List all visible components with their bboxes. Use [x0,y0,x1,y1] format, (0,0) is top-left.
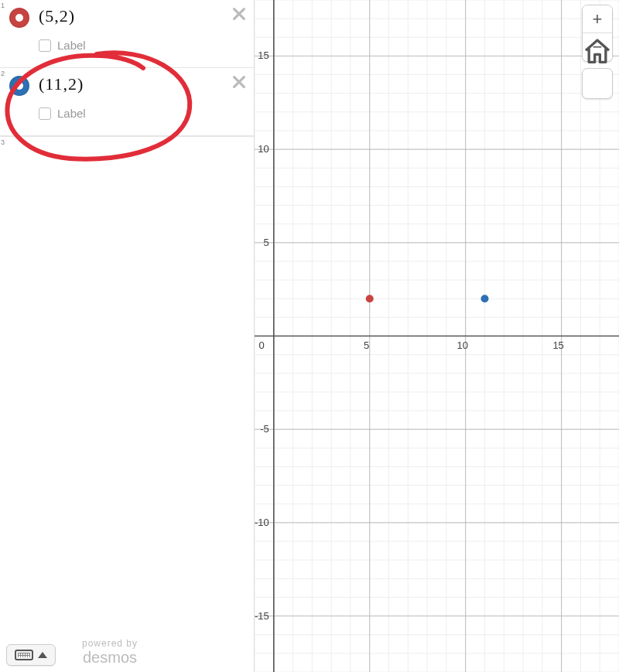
svg-point-80 [366,295,374,302]
expression-formula[interactable]: (5,2) [39,6,254,26]
svg-text:10: 10 [258,143,268,155]
checkbox-icon[interactable] [39,39,51,52]
svg-point-81 [480,295,488,302]
svg-text:0: 0 [259,339,265,351]
expression-row[interactable]: 2 (11,2) Label [0,68,254,136]
svg-text:15: 15 [552,339,563,351]
next-row-index: 3 [0,137,254,148]
expression-formula[interactable]: (11,2) [39,74,254,94]
label-toggle[interactable]: Label [39,39,254,52]
point-style-icon[interactable] [9,76,29,96]
point-style-icon[interactable] [9,8,29,28]
expression-sidebar: 1 (5,2) Label 2 [0,0,255,672]
label-text: Label [57,39,86,52]
expression-row[interactable]: 1 (5,2) Label [0,0,254,68]
checkbox-icon[interactable] [39,107,51,120]
label-toggle[interactable]: Label [39,107,254,120]
svg-text:5: 5 [264,237,269,248]
graph-canvas[interactable]: 05101551015-5-10-15 + − [255,0,619,672]
chevron-up-icon [38,652,47,658]
keyboard-icon [15,650,33,660]
keyboard-toggle-button[interactable] [6,644,56,666]
powered-by-label: powered by desmos [82,639,138,666]
svg-text:10: 10 [457,339,467,351]
row-index: 1 [0,0,8,9]
expression-list: 1 (5,2) Label 2 [0,0,254,137]
svg-text:15: 15 [258,49,268,61]
home-button[interactable] [583,69,612,98]
row-index: 2 [0,68,8,77]
svg-text:-15: -15 [255,610,269,622]
delete-expression-button[interactable] [231,5,248,26]
home-icon [582,68,613,99]
delete-expression-button[interactable] [231,73,248,94]
label-text: Label [57,107,86,120]
svg-text:5: 5 [364,339,369,351]
svg-text:-10: -10 [255,517,269,528]
svg-text:-5: -5 [260,423,269,435]
